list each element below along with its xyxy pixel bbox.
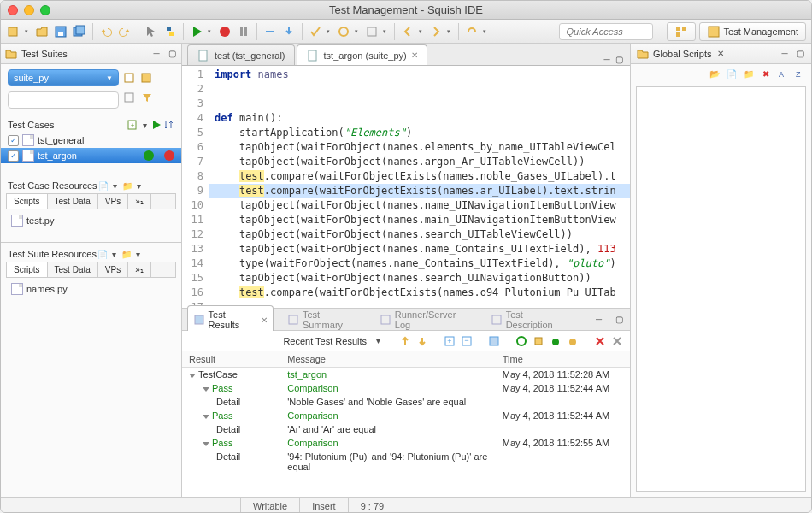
refresh-suite-icon[interactable]: [141, 72, 153, 84]
resource-tab-vps[interactable]: VPs: [98, 194, 128, 209]
minimize-view-icon[interactable]: ─: [779, 48, 791, 60]
run-icon[interactable]: [144, 150, 154, 161]
result-row[interactable]: Detail'Noble Gases' and 'Noble Gases' ar…: [182, 395, 630, 409]
back-icon[interactable]: [400, 24, 415, 39]
code-line[interactable]: tapObject(waitForObject(names.elements_b…: [209, 140, 630, 155]
resource-tab-»₁[interactable]: »₁: [128, 194, 151, 209]
perspective-test-management[interactable]: Test Management: [699, 22, 806, 41]
dropdown-caret-icon[interactable]: ▾: [447, 24, 453, 39]
result-row[interactable]: Detail'Ar' and 'Ar' are equal: [182, 422, 630, 436]
refresh-icon[interactable]: [464, 24, 480, 39]
step-into-icon[interactable]: [281, 24, 297, 39]
code-line[interactable]: tapObject(waitForObject(names.name_Conta…: [209, 242, 630, 256]
run-icon[interactable]: [189, 24, 204, 39]
code-line[interactable]: [209, 97, 630, 111]
delete-icon[interactable]: [594, 335, 606, 347]
file-test-py[interactable]: test.py: [11, 213, 171, 228]
clear-filter-icon[interactable]: [124, 91, 136, 103]
code-line[interactable]: tapObject(waitForObject(names.search_UIN…: [209, 271, 630, 286]
report-icon[interactable]: [488, 335, 500, 347]
maximize-view-icon[interactable]: ▢: [613, 314, 625, 326]
bug-icon[interactable]: [550, 335, 562, 347]
open-icon[interactable]: 📂: [709, 68, 721, 80]
new-case-icon[interactable]: +: [127, 119, 138, 131]
pause-icon[interactable]: [236, 24, 251, 39]
code-line[interactable]: import names: [209, 68, 630, 82]
expand-icon[interactable]: +: [444, 335, 456, 347]
close-icon[interactable]: ✕: [715, 48, 727, 60]
export-icon[interactable]: [533, 335, 544, 347]
editor-tab[interactable]: tst_argon (suite_py)✕: [297, 44, 427, 65]
run-all-icon[interactable]: [150, 119, 162, 131]
dropdown-caret-icon[interactable]: ▾: [327, 24, 332, 39]
resource-tab-scripts[interactable]: Scripts: [7, 262, 48, 277]
filter-options-icon[interactable]: [141, 91, 153, 103]
code-line[interactable]: test.compare(waitForObjectExists(names.n…: [209, 169, 630, 184]
bottom-tab-test-summary[interactable]: Test Summary: [282, 305, 366, 333]
resource-tab-»₁[interactable]: »₁: [128, 262, 151, 277]
minimize-view-icon[interactable]: ─: [593, 314, 605, 326]
save-all-icon[interactable]: [72, 24, 87, 39]
clear-icon[interactable]: [611, 335, 623, 347]
code-line[interactable]: [209, 82, 630, 97]
result-row[interactable]: PassComparisonMay 4, 2018 11:52:55 AM: [182, 436, 630, 450]
code-line[interactable]: def main():: [209, 111, 630, 126]
close-icon[interactable]: ✕: [261, 315, 268, 325]
bottom-tab-runner-server-log[interactable]: Runner/Server Log: [374, 305, 477, 333]
code-line[interactable]: test.compare(waitForObjectExists(names.o…: [209, 286, 630, 300]
dropdown-caret-icon[interactable]: ▾: [372, 335, 384, 347]
new-folder-icon[interactable]: 📁: [743, 68, 755, 80]
results-table[interactable]: ResultMessageTime TestCasetst_argonMay 4…: [182, 351, 630, 497]
dropdown-caret-icon[interactable]: ▾: [419, 24, 425, 39]
close-icon[interactable]: ✕: [411, 50, 418, 60]
code-line[interactable]: tapObject(waitForObject(names.argon_Ar_U…: [209, 155, 630, 169]
new-test-suite-icon[interactable]: [6, 24, 21, 39]
redo-icon[interactable]: [117, 24, 132, 39]
new-resource-icon[interactable]: 📄: [97, 180, 109, 192]
dropdown-caret-icon[interactable]: ▾: [25, 24, 31, 39]
disclosure-icon[interactable]: [203, 415, 209, 419]
bottom-tab-test-results[interactable]: Test Results ✕: [187, 305, 274, 334]
editor-tab[interactable]: test (tst_general): [187, 44, 295, 65]
open-folder-icon[interactable]: 📁: [121, 180, 133, 192]
perspective-switch-icon[interactable]: [667, 22, 696, 41]
filter-input[interactable]: [8, 91, 119, 109]
testcase-tst_general[interactable]: ✓tst_general: [1, 133, 181, 148]
disclosure-icon[interactable]: [203, 442, 209, 446]
bug-alt-icon[interactable]: [567, 335, 579, 347]
new-file-icon[interactable]: 📄: [726, 68, 738, 80]
checkbox-icon[interactable]: ✓: [8, 150, 19, 162]
dropdown-caret-icon[interactable]: ▾: [355, 24, 361, 39]
result-row[interactable]: PassComparisonMay 4, 2018 11:52:44 AM: [182, 381, 630, 395]
result-row[interactable]: PassComparisonMay 4, 2018 11:52:44 AM: [182, 409, 630, 422]
maximize-view-icon[interactable]: ▢: [794, 48, 806, 60]
prev-icon[interactable]: [399, 335, 411, 347]
sort-icon[interactable]: [162, 119, 174, 131]
open-icon[interactable]: [34, 24, 50, 39]
bottom-tab-test-description[interactable]: Test Description: [485, 305, 576, 333]
disclosure-icon[interactable]: [189, 374, 196, 378]
next-icon[interactable]: [416, 335, 428, 347]
result-row[interactable]: Detail'94: Plutonium (Pu)' and '94: Plut…: [182, 450, 630, 474]
global-scripts-list[interactable]: [636, 86, 806, 492]
new-testcase-icon[interactable]: [124, 72, 136, 84]
pointer-icon[interactable]: [144, 24, 159, 39]
resource-tab-vps[interactable]: VPs: [98, 262, 128, 277]
file-names-py[interactable]: names.py: [11, 281, 171, 297]
python-icon[interactable]: [162, 24, 178, 39]
forward-icon[interactable]: [428, 24, 444, 39]
code-editor[interactable]: 1 2 3 4 5 6 7 8 9 10 11 12 13 14 15 16 1…: [182, 66, 630, 309]
pass-filter-icon[interactable]: [515, 335, 527, 347]
checkpoint-icon[interactable]: [336, 24, 351, 39]
code-line[interactable]: tapObject(waitForObject(names.search_UIT…: [209, 227, 630, 242]
maximize-view-icon[interactable]: ▢: [613, 53, 625, 65]
disclosure-icon[interactable]: [203, 387, 209, 392]
dropdown-caret-icon[interactable]: ▾: [133, 180, 145, 192]
config-icon[interactable]: [364, 24, 380, 39]
dropdown-caret-icon[interactable]: ▾: [208, 24, 214, 39]
record-icon[interactable]: [217, 24, 232, 39]
save-icon[interactable]: [53, 24, 68, 39]
dropdown-caret-icon[interactable]: ▾: [138, 119, 150, 131]
resource-tab-scripts[interactable]: Scripts: [7, 194, 48, 209]
verify-icon[interactable]: [308, 24, 323, 39]
